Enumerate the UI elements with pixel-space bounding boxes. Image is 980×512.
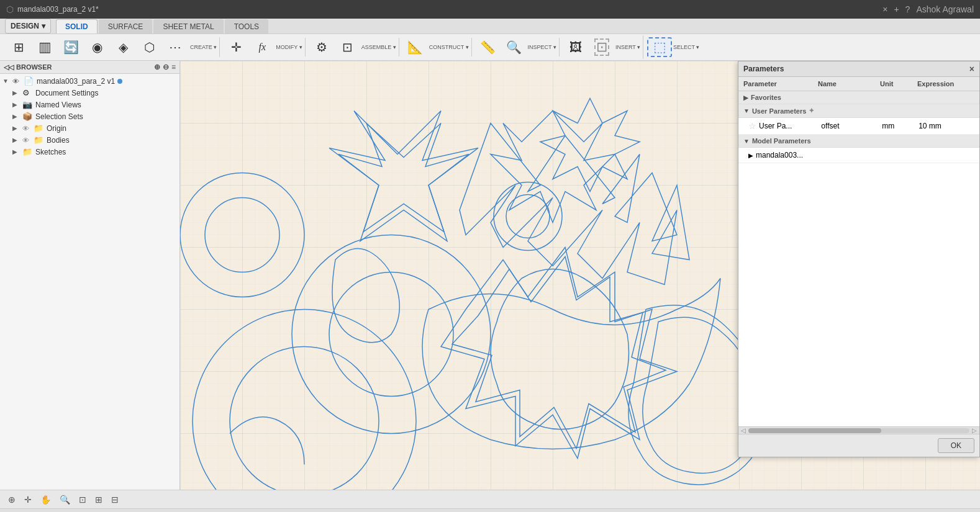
offset-name-cell: offset — [816, 120, 877, 132]
modify-label: MODIFY ▾ — [276, 44, 302, 50]
inspect-icon: 🔍 — [506, 41, 522, 53]
assemble-label: ASSEMBLE ▾ — [361, 44, 396, 50]
name-col-header: Name — [813, 79, 875, 89]
main-layout: ◁◁ BROWSER ⊕ ⊖ ≡ ▼ 👁 📄 mandala003_para_2… — [0, 61, 980, 490]
tree-item-origin[interactable]: ▶ 👁 📁 Origin — [10, 122, 179, 134]
tree-eye-bodies[interactable]: 👁 — [22, 137, 32, 144]
orbit-icon[interactable]: ✛ — [21, 493, 35, 506]
insert-image-button[interactable]: 🖼 — [563, 39, 588, 55]
tree-item-selection-sets[interactable]: ▶ 📦 Selection Sets — [10, 110, 179, 122]
extrude-button[interactable]: ▥ — [32, 38, 57, 56]
select-button[interactable]: ⬚ — [647, 37, 672, 57]
layout-button[interactable]: ⊡ — [335, 39, 360, 55]
new-component-button[interactable]: ⊞ — [6, 39, 31, 55]
emboss-button[interactable]: ⬡ — [137, 39, 161, 55]
assemble-button[interactable]: ⚙ — [309, 39, 334, 55]
viewport[interactable]: Gap 10 mm TOP X Y Z Pa — [180, 61, 980, 490]
tree-eye-root[interactable]: 👁 — [12, 78, 22, 85]
tree-item-bodies[interactable]: ▶ 👁 📁 Bodies — [10, 134, 179, 146]
mandala-expression-cell — [914, 154, 974, 156]
user-param-row-offset[interactable]: ☆ User Pa... offset mm 10 mm — [738, 118, 979, 135]
move-icon: ✛ — [231, 41, 242, 53]
favorite-star-icon[interactable]: ☆ — [748, 121, 756, 131]
design-caret-icon: ▾ — [42, 22, 45, 30]
scroll-left-icon[interactable]: ◁ — [741, 427, 746, 434]
revolve-button[interactable]: 🔄 — [58, 39, 83, 55]
construct-button[interactable]: 📐 — [403, 39, 428, 55]
model-params-section-header[interactable]: ▼ Model Parameters — [738, 135, 979, 148]
new-tab-button[interactable]: + — [894, 4, 899, 14]
loft-button[interactable]: ◈ — [111, 39, 135, 55]
measure-button[interactable]: 📏 — [476, 39, 501, 55]
ok-button[interactable]: OK — [938, 438, 974, 453]
zoom-icon[interactable]: 🔍 — [57, 493, 73, 506]
inspect-label: INSPECT ▾ — [528, 44, 556, 50]
browser-panel: ◁◁ BROWSER ⊕ ⊖ ≡ ▼ 👁 📄 mandala003_para_2… — [0, 61, 180, 490]
more-create-button[interactable]: ⋯ — [163, 39, 188, 55]
model-param-expand-icon[interactable]: ▶ — [748, 152, 753, 159]
comments-bar: COMMENTS + ≡ — [0, 508, 980, 512]
tab-sheet-metal[interactable]: SHEET METAL — [153, 19, 223, 34]
design-dropdown-button[interactable]: DESIGN ▾ — [5, 19, 51, 34]
user-name[interactable]: Ashok Agrawal — [916, 4, 974, 14]
browser-expand-icon[interactable]: ⊕ — [154, 63, 160, 71]
insert-label: INSERT ▾ — [615, 44, 640, 50]
tree-item-named-views[interactable]: ▶ 📷 Named Views — [10, 99, 179, 110]
grid-icon[interactable]: ⊞ — [92, 493, 106, 506]
select-label: SELECT ▾ — [673, 44, 699, 50]
fx-button[interactable]: fx — [250, 40, 274, 54]
model-param-row-mandala[interactable]: ▶ mandala003... — [738, 148, 979, 163]
create-label: CREATE ▾ — [190, 44, 217, 50]
move-copy-button[interactable]: ✛ — [224, 39, 248, 55]
model-params-caret-icon: ▼ — [743, 138, 750, 145]
browser-header: ◁◁ BROWSER ⊕ ⊖ ≡ — [0, 61, 179, 74]
viewport-transform-icon[interactable]: ⊕ — [5, 493, 19, 506]
close-window-button[interactable]: × — [882, 4, 887, 14]
decal-icon: ⊡ — [594, 38, 609, 56]
tree-icon-sketches: 📁 — [22, 147, 34, 156]
tree-eye-origin[interactable]: 👁 — [22, 125, 32, 132]
params-scrollbar[interactable]: ◁ ▷ — [738, 426, 979, 434]
browser-more-icon[interactable]: ≡ — [171, 63, 176, 71]
decal-button[interactable]: ⊡ — [589, 37, 614, 58]
pan-icon[interactable]: ✋ — [37, 493, 54, 506]
svg-point-3 — [230, 347, 379, 490]
tree-icon-selection-sets: 📦 — [22, 112, 34, 121]
inspect-section: 📏 🔍 INSPECT ▾ — [473, 38, 560, 56]
favorites-label: Favorites — [751, 94, 781, 101]
user-params-section-header[interactable]: ▼ User Parameters ✦ — [738, 104, 979, 118]
collapse-browser-icon[interactable]: ◁◁ — [4, 63, 14, 71]
help-button[interactable]: ? — [905, 4, 910, 14]
tree-item-sketches[interactable]: ▶ 📁 Sketches — [10, 146, 179, 158]
scroll-track[interactable] — [748, 428, 969, 433]
svg-point-4 — [180, 173, 304, 297]
insert-section: 🖼 ⊡ INSERT ▾ — [561, 35, 643, 59]
more-icon: ⋯ — [169, 41, 181, 53]
tab-solid[interactable]: SOLID — [56, 19, 98, 34]
inspect-button[interactable]: 🔍 — [502, 39, 527, 55]
params-content: ▶ Favorites ▼ User Parameters ✦ ☆ User P… — [738, 91, 979, 290]
tab-surface[interactable]: SURFACE — [99, 19, 153, 34]
display-icon[interactable]: ⊟ — [108, 493, 122, 506]
browser-tree: ▼ 👁 📄 mandala003_para_2 v1 ▶ ⚙ Document … — [0, 74, 179, 490]
params-close-button[interactable]: × — [969, 64, 974, 74]
tree-icon-root: 📄 — [24, 76, 35, 86]
tree-item-document-settings[interactable]: ▶ ⚙ Document Settings — [10, 87, 179, 99]
favorites-section-header[interactable]: ▶ Favorites — [738, 91, 979, 104]
scroll-right-icon[interactable]: ▷ — [972, 427, 977, 434]
browser-collapse-icon[interactable]: ⊖ — [163, 63, 169, 71]
tab-tools[interactable]: TOOLS — [225, 19, 268, 34]
tree-item-root[interactable]: ▼ 👁 📄 mandala003_para_2 v1 — [0, 75, 179, 87]
params-empty-space — [738, 290, 979, 426]
favorites-caret-icon: ▶ — [743, 94, 748, 101]
model-params-label: Model Parameters — [752, 137, 811, 145]
tree-caret-root: ▼ — [2, 78, 12, 84]
title-bar: ⬡ mandala003_para_2 v1* × + ? Ashok Agra… — [0, 0, 980, 19]
fit-icon[interactable]: ⊡ — [76, 493, 89, 506]
sweep-button[interactable]: ◉ — [84, 39, 109, 55]
extrude-icon: ▥ — [39, 40, 52, 54]
window-controls[interactable]: × + ? Ashok Agrawal — [882, 4, 974, 14]
tree-label-selection-sets: Selection Sets — [35, 112, 83, 121]
construct-section: 📐 CONSTRUCT ▾ — [401, 38, 472, 56]
add-user-param-icon[interactable]: ✦ — [809, 107, 814, 115]
